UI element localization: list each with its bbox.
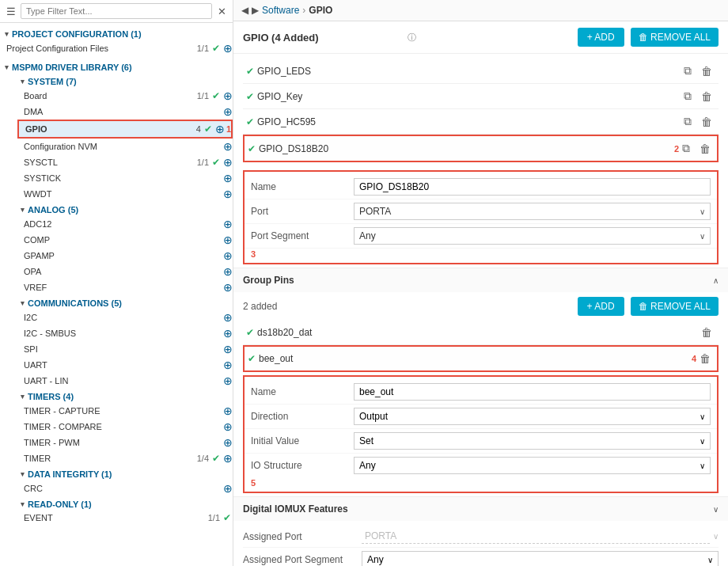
plus-circle-icon[interactable]: ⊕ [223,343,233,355]
plus-circle-icon[interactable]: ⊕ [223,359,233,371]
plus-circle-icon[interactable]: ⊕ [223,482,233,495]
close-icon[interactable]: ✕ [215,5,228,17]
name-input[interactable] [354,178,711,196]
pin-entry-ds18b20-dat[interactable]: ✔ ds18b20_dat 🗑 [243,321,719,345]
gpio-entry-ds18b20[interactable]: ✔ GPIO_DS18B20 2 ⧉ 🗑 [243,135,719,162]
delete-button[interactable]: 🗑 [696,351,714,367]
sidebar-item-timer[interactable]: TIMER 1/4 ✔ ⊕ [17,450,233,466]
port-segment-select[interactable]: Any ∨ [354,227,711,245]
sidebar-item-communications[interactable]: ▾ COMMUNICATIONS (5) [17,295,233,310]
pin-name-input[interactable] [354,383,711,401]
add-button[interactable]: + ADD [578,28,624,47]
filter-input[interactable] [21,3,212,19]
port-select[interactable]: PORTA ∨ [354,203,711,220]
assigned-segment-select[interactable]: Any ∨ [362,551,719,566]
sidebar-item-timers[interactable]: ▾ TIMERS (4) [17,389,233,403]
sidebar-item-proj-config-files[interactable]: Project Configuration Files 1/1 ✔ ⊕ [0,40,233,56]
sidebar-group-project-config[interactable]: ▾ PROJECT CONFIGURATION (1) [0,26,233,40]
sidebar-item-config-nvm[interactable]: Configuration NVM ⊕ [17,139,233,154]
info-icon[interactable]: ⓘ [408,32,416,44]
plus-circle-icon[interactable]: ⊕ [223,420,233,433]
sidebar-item-timer-capture[interactable]: TIMER - CAPTURE ⊕ [17,403,233,419]
plus-circle-icon[interactable]: ⊕ [223,156,233,169]
sidebar-item-sysctl[interactable]: SYSCTL 1/1 ✔ ⊕ [17,154,233,170]
gpio-entry-hc595[interactable]: ✔ GPIO_HC595 ⧉ 🗑 [243,109,719,135]
sidebar-item-system[interactable]: ▾ SYSTEM (7) [17,74,233,88]
direction-select[interactable]: Output ∨ [354,408,711,425]
copy-button[interactable]: ⧉ [681,63,695,79]
plus-circle-icon[interactable]: ⊕ [223,42,233,55]
sidebar-item-opa[interactable]: OPA ⊕ [17,264,233,279]
plus-circle-icon[interactable]: ⊕ [223,452,233,465]
sidebar-item-uart[interactable]: UART ⊕ [17,357,233,373]
sidebar-item-gpamp[interactable]: GPAMP ⊕ [17,248,233,264]
sidebar-item-adc12[interactable]: ADC12 ⊕ [17,216,233,232]
sidebar-item-board[interactable]: Board 1/1 ✔ ⊕ [17,88,233,104]
gpio-entry-key[interactable]: ✔ GPIO_Key ⧉ 🗑 [243,84,719,109]
gpio-entry-leds[interactable]: ✔ GPIO_LEDS ⧉ 🗑 [243,59,719,84]
hamburger-icon[interactable]: ☰ [5,5,17,17]
plus-circle-icon[interactable]: ⊕ [223,89,233,102]
sidebar-item-gpio[interactable]: GPIO 4 ✔ ⊕ 1 [17,120,233,139]
plus-circle-icon[interactable]: ⊕ [223,140,233,153]
gpio-detail-box: Name Port PORTA ∨ Port Segment Any ∨ [243,170,719,264]
io-structure-select[interactable]: Any ∨ [354,457,711,474]
annotation-5: 5 [245,478,256,488]
sidebar-item-crc[interactable]: CRC ⊕ [17,481,233,496]
sidebar-item-systick[interactable]: SYSTICK ⊕ [17,170,233,186]
sidebar-group-mspm0[interactable]: ▾ MSPM0 DRIVER LIBRARY (6) [0,59,233,74]
plus-circle-icon[interactable]: ⊕ [223,234,233,246]
pin-entry-bee-out[interactable]: ✔ bee_out 4 🗑 [243,345,719,372]
sidebar-item-timer-pwm[interactable]: TIMER - PWM ⊕ [17,435,233,450]
delete-button[interactable]: 🗑 [698,88,715,104]
back-button[interactable]: ◀ [241,5,248,16]
plus-circle-icon[interactable]: ⊕ [223,265,233,278]
sidebar-item-i2c-smbus[interactable]: I2C - SMBUS ⊕ [17,325,233,341]
plus-circle-icon[interactable]: ⊕ [223,374,233,387]
plus-circle-icon[interactable]: ⊕ [223,311,233,324]
sidebar-item-vref[interactable]: VREF ⊕ [17,279,233,295]
sidebar-item-spi[interactable]: SPI ⊕ [17,341,233,357]
sidebar-item-timer-compare[interactable]: TIMER - COMPARE ⊕ [17,419,233,435]
sidebar-item-i2c[interactable]: I2C ⊕ [17,310,233,325]
plus-circle-icon[interactable]: ⊕ [223,249,233,262]
plus-circle-icon[interactable]: ⊕ [223,105,233,118]
sidebar-item-read-only[interactable]: ▾ READ-ONLY (1) [17,496,233,511]
sidebar-item-event[interactable]: EVENT 1/1 ✔ [17,511,233,525]
group-label: ANALOG (5) [28,205,78,215]
initial-value-select[interactable]: Set ∨ [354,432,711,450]
copy-button[interactable]: ⧉ [679,140,693,157]
plus-circle-icon[interactable]: ⊕ [215,123,225,135]
sidebar-item-data-integrity[interactable]: ▾ DATA INTEGRITY (1) [17,466,233,481]
port-segment-value: Any [359,230,700,241]
sidebar-item-uart-lin[interactable]: UART - LIN ⊕ [17,373,233,389]
delete-button[interactable]: 🗑 [698,63,715,79]
group-add-button[interactable]: + ADD [578,297,624,316]
sidebar-item-wwdt[interactable]: WWDT ⊕ [17,186,233,202]
copy-button[interactable]: ⧉ [681,113,695,130]
plus-circle-icon[interactable]: ⊕ [223,436,233,449]
plus-circle-icon[interactable]: ⊕ [223,172,233,184]
chevron-down-icon: ∨ [700,412,705,421]
sidebar-item-comp[interactable]: COMP ⊕ [17,232,233,248]
plus-circle-icon[interactable]: ⊕ [223,218,233,230]
forward-button[interactable]: ▶ [252,5,259,16]
plus-circle-icon[interactable]: ⊕ [223,188,233,200]
delete-button[interactable]: 🗑 [698,113,715,130]
remove-all-button[interactable]: 🗑 REMOVE ALL [631,28,719,47]
sidebar-item-analog[interactable]: ▾ ANALOG (5) [17,202,233,216]
breadcrumb-software[interactable]: Software [262,5,299,16]
digital-iomux-header[interactable]: Digital IOMUX Features ∨ [233,497,728,521]
delete-button[interactable]: 🗑 [696,140,714,157]
copy-button[interactable]: ⧉ [681,88,695,104]
plus-circle-icon[interactable]: ⊕ [223,281,233,294]
breadcrumb-sep: › [302,5,305,16]
delete-button[interactable]: 🗑 [698,325,715,340]
item-count: 1/1 [197,44,209,53]
chevron-down-icon: ∨ [700,207,705,216]
sidebar-item-dma[interactable]: DMA ⊕ [17,104,233,120]
group-remove-all-button[interactable]: 🗑 REMOVE ALL [631,297,719,316]
plus-circle-icon[interactable]: ⊕ [223,327,233,340]
plus-circle-icon[interactable]: ⊕ [223,405,233,417]
group-pins-header[interactable]: Group Pins ∧ [233,268,728,292]
